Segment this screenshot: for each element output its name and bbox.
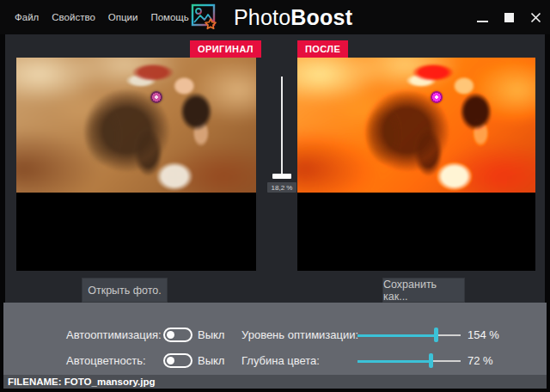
original-photo	[16, 58, 256, 193]
toggle-knob	[167, 331, 174, 339]
auto-optimize-toggle[interactable]	[163, 328, 192, 342]
compare-area: ОРИГИНАЛ ПОСЛЕ 18,2 % Открыть фото. Сохр…	[5, 34, 545, 303]
open-photo-button[interactable]: Открыть фото.	[82, 278, 168, 303]
optimize-row: Автооптимизация: Выкл Уровень оптимизаци…	[3, 328, 547, 343]
minimize-icon	[477, 21, 488, 22]
slider-handle[interactable]	[434, 328, 438, 342]
slider-fill	[358, 334, 437, 337]
menu-file[interactable]: Файл	[15, 12, 39, 22]
after-badge: ПОСЛЕ	[297, 40, 348, 58]
auto-optimize-label: Автооптимизация:	[66, 328, 162, 343]
auto-color-label: Автоцветность:	[66, 353, 146, 369]
after-image-panel	[297, 58, 535, 271]
toggle-knob	[167, 357, 174, 364]
zoom-slider-track[interactable]	[281, 77, 283, 178]
maximize-button[interactable]	[501, 9, 516, 25]
app-title: PhotoBoost	[234, 3, 352, 31]
zoom-value-label: 18,2 %	[267, 182, 296, 193]
auto-optimize-state: Выкл	[198, 328, 224, 343]
menu-help[interactable]: Помощь	[150, 12, 188, 22]
auto-color-state: Выкл	[198, 353, 224, 369]
slider-handle[interactable]	[429, 353, 433, 368]
color-depth-slider[interactable]	[358, 353, 461, 369]
title-bar: Файл Свойство Опции Помощь	[0, 0, 550, 34]
photoboost-window: Файл Свойство Опции Помощь	[0, 0, 550, 392]
original-badge: ОРИГИНАЛ	[190, 40, 261, 58]
app-logo-icon	[189, 2, 220, 33]
slider-fill	[358, 360, 431, 363]
menu-options[interactable]: Опции	[108, 12, 138, 22]
original-image-panel	[16, 58, 256, 271]
color-depth-value: 72 %	[468, 353, 493, 369]
save-as-button[interactable]: Сохранить как...	[382, 278, 465, 303]
menu-bar: Файл Свойство Опции Помощь	[15, 0, 189, 34]
color-row: Автоцветность: Выкл Глубина цвета: 72 %	[3, 353, 547, 369]
color-depth-label: Глубина цвета:	[241, 353, 320, 369]
after-photo	[297, 58, 535, 193]
optimize-level-label: Уровень оптимизации:	[241, 328, 358, 343]
app-title-photo: Photo	[234, 5, 290, 30]
window-controls	[474, 0, 543, 34]
minimize-button[interactable]	[474, 9, 490, 25]
app-title-boost: Boost	[290, 5, 352, 30]
photo-figure	[16, 58, 256, 193]
controls-panel: Автооптимизация: Выкл Уровень оптимизаци…	[3, 303, 547, 375]
zoom-slider-handle[interactable]	[272, 174, 291, 179]
optimize-level-slider[interactable]	[358, 328, 461, 343]
photo-figure	[297, 58, 535, 193]
maximize-icon	[504, 13, 514, 22]
menu-property[interactable]: Свойство	[52, 12, 95, 22]
auto-color-toggle[interactable]	[163, 353, 192, 368]
filename-status: FILENAME: FOTO_mansory.jpg	[3, 377, 155, 387]
close-icon	[530, 12, 541, 23]
optimize-level-value: 154 %	[468, 328, 499, 343]
status-bar: FILENAME: FOTO_mansory.jpg	[3, 375, 547, 389]
compare-zoom-slider: 18,2 %	[271, 58, 295, 230]
close-button[interactable]	[528, 9, 543, 25]
